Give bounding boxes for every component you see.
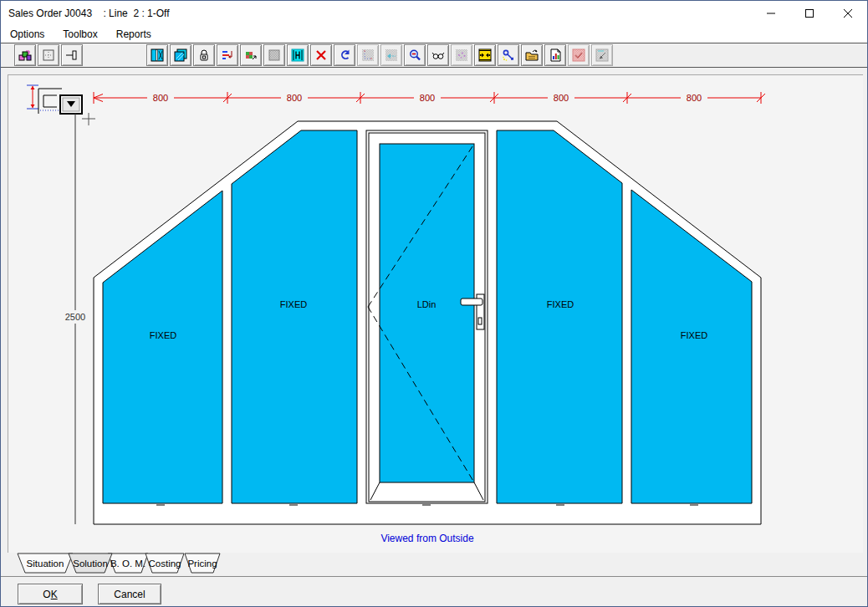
ok-label: OK	[43, 589, 57, 600]
finish-sparkle-button	[451, 44, 472, 66]
toolbar-group-1	[14, 44, 83, 66]
fit-width-icon	[478, 48, 492, 62]
hardware-lock-icon	[197, 48, 211, 62]
texture-apply-button[interactable]	[240, 44, 262, 66]
grid-arrow-icon	[595, 48, 609, 62]
toolbar	[1, 43, 867, 68]
profile-options-button[interactable]	[217, 44, 238, 66]
delete-item-button[interactable]	[310, 44, 332, 66]
tab-pricing-label[interactable]: Pricing	[187, 559, 217, 569]
nudge-left-icon	[385, 48, 398, 62]
section-selector-widget	[27, 85, 62, 114]
door-glass[interactable]	[380, 144, 474, 482]
application-window: Sales Order J0043 : Line 2 : 1-Off Optio…	[0, 0, 868, 607]
arrange-objects-button[interactable]	[14, 44, 36, 66]
menu-toolbox[interactable]: Toolbox	[54, 26, 106, 43]
zoom-out-icon	[408, 48, 421, 62]
dimension-label[interactable]: 800	[554, 93, 569, 103]
transfer-folder-button[interactable]	[521, 44, 543, 66]
surface-pattern-button[interactable]	[263, 44, 285, 66]
profile-options-icon	[221, 48, 234, 62]
surface-pattern-icon	[268, 48, 281, 62]
door-panel[interactable]	[366, 130, 488, 503]
dimension-points-button	[357, 44, 379, 66]
glass-panel-1[interactable]	[103, 191, 222, 503]
cancel-label: Cancel	[114, 589, 145, 600]
tab-bom-label[interactable]: B. O. M.	[110, 559, 146, 569]
zoom-out-button[interactable]	[404, 44, 426, 66]
window-design-button[interactable]	[146, 44, 168, 66]
report-chart-icon	[549, 48, 562, 62]
glass-panel-2[interactable]	[232, 130, 357, 503]
frame-selection-icon	[42, 48, 55, 62]
window-title: Sales Order J0043 : Line 2 : 1-Off	[1, 8, 752, 19]
section-dropdown-button[interactable]	[60, 95, 82, 114]
frame-coupler-icon	[291, 48, 304, 62]
finish-sparkle-icon	[455, 48, 468, 62]
tab-strip: Situation Solution B. O. M. Costing Pric…	[1, 553, 867, 577]
nudge-left-button	[380, 44, 402, 66]
left-dimension-line: 2500	[60, 113, 90, 524]
extend-edge-button[interactable]	[61, 44, 83, 66]
delete-icon	[314, 48, 328, 62]
close-icon	[844, 9, 852, 18]
glass-panel-5[interactable]	[631, 190, 752, 503]
menu-reports[interactable]: Reports	[107, 26, 161, 43]
ok-button[interactable]: OK	[18, 584, 83, 604]
menu-options[interactable]: Options	[1, 26, 54, 43]
undo-icon	[338, 48, 351, 62]
undo-button[interactable]	[334, 44, 355, 66]
glass-panel-4[interactable]	[497, 130, 622, 503]
dimension-label[interactable]: 2500	[65, 312, 85, 322]
spray-finish-button[interactable]	[498, 44, 519, 66]
glazing-button[interactable]	[170, 44, 191, 66]
cursor-crosshair	[82, 113, 95, 125]
glazing-icon	[174, 48, 187, 62]
dimension-label[interactable]: 800	[153, 93, 168, 103]
footer-bar: OK Cancel	[1, 578, 867, 607]
arrange-objects-icon	[18, 48, 32, 62]
spray-finish-icon	[502, 48, 515, 62]
hardware-lock-button[interactable]	[193, 44, 215, 66]
fit-width-button[interactable]	[474, 44, 496, 66]
minimize-button[interactable]	[752, 1, 790, 26]
dimension-label[interactable]: 800	[687, 93, 702, 103]
toolbar-group-2	[146, 44, 613, 66]
report-chart-button[interactable]	[544, 44, 566, 66]
panel-label-2: FIXED	[280, 299, 307, 309]
dimension-points-icon	[361, 48, 375, 62]
close-button[interactable]	[829, 1, 867, 26]
extend-edge-icon	[65, 48, 79, 62]
minimize-icon	[767, 9, 775, 18]
grid-check-button	[568, 44, 590, 66]
dimension-label[interactable]: 800	[420, 93, 435, 103]
tab-solution-label[interactable]: Solution	[73, 559, 108, 569]
view-caption: Viewed from Outside	[380, 533, 473, 544]
menu-bar: Options Toolbox Reports	[1, 26, 867, 43]
transfer-folder-icon	[525, 48, 539, 62]
frame-selection-button[interactable]	[38, 44, 59, 66]
maximize-icon	[805, 9, 814, 18]
cancel-button[interactable]: Cancel	[98, 584, 161, 604]
panel-label-3: LDin	[417, 299, 437, 309]
maximize-button[interactable]	[790, 1, 829, 26]
tab-situation-label[interactable]: Situation	[27, 559, 64, 569]
view-spectacles-button[interactable]	[427, 44, 449, 66]
design-canvas[interactable]: 800 800 800 800 800 2500	[8, 74, 863, 553]
texture-apply-icon	[244, 48, 258, 62]
panel-label-5: FIXED	[681, 330, 707, 340]
panel-label-4: FIXED	[547, 299, 574, 309]
panel-label-1: FIXED	[150, 330, 176, 340]
tab-costing-label[interactable]: Costing	[149, 559, 181, 569]
window-design-icon	[151, 48, 164, 62]
title-bar[interactable]: Sales Order J0043 : Line 2 : 1-Off	[1, 1, 867, 26]
view-spectacles-icon	[431, 48, 445, 62]
grid-arrow-button	[591, 44, 613, 66]
frame-coupler-button[interactable]	[287, 44, 309, 66]
grid-check-icon	[572, 48, 585, 62]
dimension-label[interactable]: 800	[287, 93, 302, 103]
